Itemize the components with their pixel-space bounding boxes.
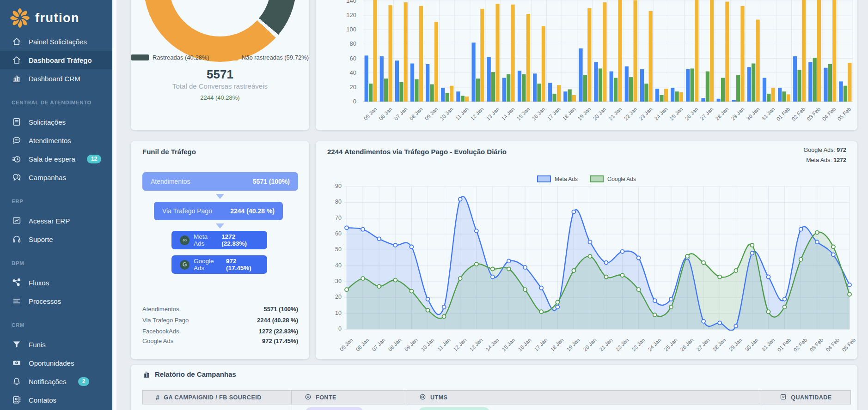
sidebar-item-atendimentos[interactable]: Atendimentos [0, 131, 112, 150]
line-ytick-20: 20 [322, 294, 342, 300]
sidebar-item-contatos[interactable]: Contatos [0, 391, 112, 409]
headset-icon [12, 234, 22, 244]
donut-hole [169, 0, 271, 36]
bar-xtick-27-jan: 27 Jan [699, 106, 715, 121]
funnel-summary-google-ads: Google Ads972 (17.45%) [142, 338, 298, 344]
legend-swatch [590, 175, 604, 182]
sidebar-item-label: Contatos [29, 396, 56, 404]
line-xtick-26-jan: 26 Jan [679, 337, 695, 352]
line-ytick-0: 0 [322, 326, 342, 332]
sidebar-item-label: Atendimentos [29, 137, 71, 145]
column-header-utms[interactable]: UTMS [406, 390, 761, 404]
sidebar-item-label: Funis [29, 341, 46, 349]
bar-xtick-12-jan: 12 Jan [470, 106, 485, 121]
line-xtick-24-jan: 24 Jan [647, 337, 662, 352]
line-xtick-05-feb: 05 Feb [841, 337, 857, 353]
funnel-summary-value: 2244 (40.28 %) [257, 317, 298, 324]
stat-google-ads: Google Ads: 972 [804, 145, 846, 155]
funnel-step-atendimentos[interactable]: Atendimentos5571 (100%) [142, 172, 298, 191]
sidebar-item-notificacoes[interactable]: Notificações2 [0, 372, 112, 391]
sidebar-item-label: Painel Solicitações [29, 38, 87, 46]
conversions-summary-card: Rastreadas (40.28%)Não rastreadas (59.72… [131, 0, 309, 130]
bar-xtick-29-jan: 29 Jan [730, 106, 745, 121]
funnel-step-label: Google Ads [194, 258, 222, 271]
sidebar-item-campanhas[interactable]: Campanhas [0, 168, 112, 187]
bar-xtick-08-jan: 08 Jan [408, 106, 423, 121]
funnel-icon [12, 339, 22, 350]
brand-logo[interactable]: frution [0, 0, 112, 32]
money-icon [12, 358, 22, 368]
sidebar-item-funis[interactable]: Funis [0, 335, 112, 354]
funnel-summary-label: Via Trafego Pago [142, 317, 189, 324]
line-xtick-10-jan: 10 Jan [420, 337, 435, 352]
legend-label: Não rastreadas (59.72%) [242, 54, 309, 61]
bar-xtick-22-jan: 22 Jan [623, 106, 638, 121]
line-xtick-06-jan: 06 Jan [355, 337, 370, 352]
column-header-quantidade[interactable]: QUANTIDADE [761, 390, 851, 404]
bar-xtick-18-jan: 18 Jan [562, 106, 577, 121]
notification-badge: 2 [78, 377, 90, 386]
sidebar-item-solicitacoes[interactable]: Solicitações [0, 113, 112, 131]
funnel-summary-label: Atendimentos [142, 306, 179, 313]
sidebar-scrollbar-track[interactable] [112, 0, 116, 410]
sidebar-item-label: Suporte [29, 235, 53, 243]
legend-item-google-ads: Google Ads [590, 175, 636, 182]
bar-ytick-40: 40 [330, 69, 356, 76]
sidebar-item-label: Dashboard CRM [29, 75, 80, 83]
funnel-step-value: 2244 (40.28 %) [230, 207, 275, 215]
sidebar-item-label: Oportunidades [29, 359, 74, 367]
legend-label: Rastreadas (40.28%) [153, 54, 209, 61]
timer-icon [12, 154, 22, 164]
legend-label: Meta Ads [555, 176, 578, 182]
sidebar-item-label: Solicitações [29, 118, 66, 126]
funnel-step-via-trafego-pago[interactable]: Via Trafego Pago2244 (40.28 %) [154, 202, 283, 220]
funnel-summary-value: 972 (17.45%) [262, 338, 298, 344]
funnel-step-google-ads[interactable]: GGoogle Ads972 (17.45%) [171, 255, 267, 274]
funnel-step-label: Meta Ads [194, 233, 217, 247]
sidebar-item-dashboard-trafego[interactable]: Dashboard Tráfego [0, 51, 112, 69]
utms-pill [419, 407, 489, 410]
bar-xtick-17-jan: 17 Jan [546, 106, 562, 121]
sidebar-item-sala-de-espera[interactable]: Sala de espera12 [0, 150, 112, 168]
funnel-arrow-icon [216, 223, 224, 229]
chat-icon [12, 135, 22, 145]
line-xtick-29-jan: 29 Jan [728, 337, 743, 352]
sidebar-item-acessar-erp[interactable]: Acessar ERP [0, 211, 112, 230]
sidebar-item-suporte[interactable]: Suporte [0, 230, 112, 248]
table-column-separator [762, 404, 762, 410]
funnel-step-value: 5571 (100%) [253, 178, 290, 185]
line-xtick-01-feb: 01 Feb [776, 337, 792, 353]
bar-xtick-14-jan: 14 Jan [500, 106, 515, 121]
target-icon [305, 393, 312, 402]
sidebar-item-label: Campanhas [29, 174, 66, 181]
daily-bar-chart [363, 0, 853, 102]
line-xtick-08-jan: 08 Jan [387, 337, 403, 352]
bar-xtick-10-jan: 10 Jan [439, 106, 454, 121]
line-xtick-04-feb: 04 Feb [825, 337, 841, 353]
home-icon [12, 55, 22, 65]
bar-ytick-20: 20 [330, 84, 356, 90]
sidebar-item-oportunidades[interactable]: Oportunidades [0, 354, 112, 372]
main-content: Rastreadas (40.28%)Não rastreadas (59.72… [116, 0, 868, 410]
sidebar-item-painel-solicitacoes[interactable]: Painel Solicitações [0, 32, 112, 51]
bar-xtick-11-jan: 11 Jan [454, 106, 469, 121]
funnel-summary-facebookads: FacebookAds1272 (22.83%) [142, 328, 298, 335]
bar-ytick-80: 80 [330, 40, 356, 47]
table-column-separator [407, 404, 407, 410]
sidebar-item-dashboard-crm[interactable]: Dashboard CRM [0, 69, 112, 88]
line-xtick-12-jan: 12 Jan [452, 337, 467, 352]
sidebar-section-erp: ERP [0, 194, 112, 208]
line-ytick-80: 80 [322, 199, 342, 205]
column-header-ga-campaignid-fb-sourceid[interactable]: #GA CAMPAIGNID / FB SOURCEID [142, 390, 292, 404]
legend-swatch [131, 54, 149, 60]
sidebar-item-processos[interactable]: Processos [0, 292, 112, 310]
target-icon [419, 393, 426, 402]
line-xtick-23-jan: 23 Jan [630, 337, 646, 352]
line-xtick-17-jan: 17 Jan [533, 337, 549, 352]
sidebar-item-fluxos[interactable]: Fluxos [0, 273, 112, 292]
funnel-summary-atendimentos: Atendimentos5571 (100%) [142, 306, 298, 313]
line-xtick-16-jan: 16 Jan [517, 337, 532, 352]
bar-xtick-06-jan: 06 Jan [378, 106, 393, 121]
funnel-step-meta-ads[interactable]: ∞Meta Ads1272 (22.83%) [171, 231, 267, 249]
column-header-fonte[interactable]: FONTE [291, 390, 406, 404]
